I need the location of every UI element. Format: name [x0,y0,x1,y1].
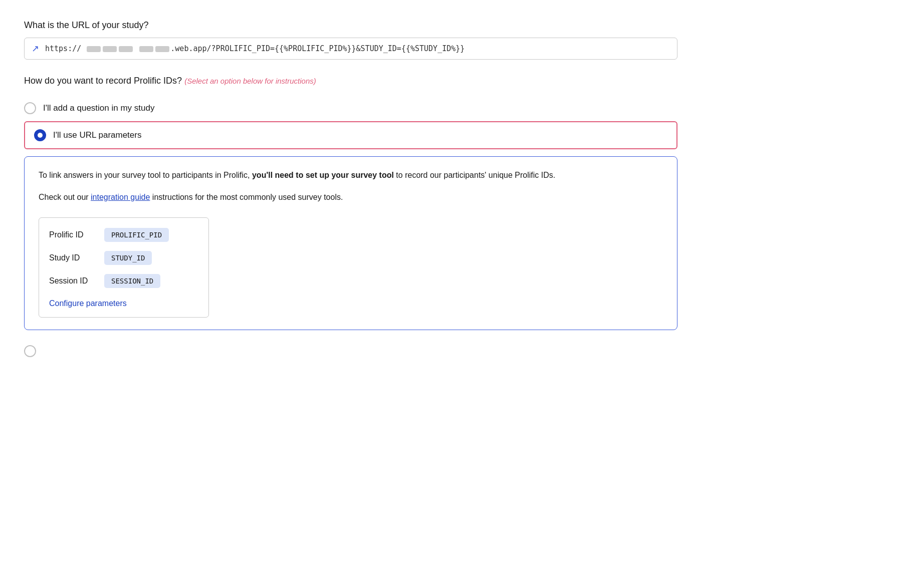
info-text-before-bold: To link answers in your survey tool to p… [39,171,252,179]
redacted-5 [155,46,169,52]
record-question-label: How do you want to record Prolific IDs? … [24,76,677,86]
param-badge-prolific-id: PROLIFIC_PID [104,228,169,242]
params-table: Prolific ID PROLIFIC_PID Study ID STUDY_… [39,217,209,318]
info-guide-before: Check out our [39,193,91,201]
configure-parameters-link[interactable]: Configure parameters [49,299,127,308]
param-row-study-id: Study ID STUDY_ID [49,251,198,265]
param-label-study-id: Study ID [49,253,94,262]
url-section: What is the URL of your study? ↗ https:/… [24,20,677,60]
option-add-question[interactable]: I'll add a question in my study [24,95,677,121]
option-url-wrapper: I'll use URL parameters [24,121,677,149]
radio-url-parameters[interactable] [34,129,46,141]
record-hint: (Select an option below for instructions… [184,77,316,85]
param-badge-study-id: STUDY_ID [104,251,152,265]
url-display: https:// .web.app/?PROLIFIC_PID={{%PROLI… [45,44,465,53]
record-section: How do you want to record Prolific IDs? … [24,76,677,330]
url-question-label: What is the URL of your study? [24,20,677,31]
info-text-after-bold: to record our participants' unique Proli… [394,171,555,179]
options-list: I'll add a question in my study I'll use… [24,95,677,330]
bottom-radio-option[interactable] [24,338,677,364]
radio-bottom[interactable] [24,345,36,357]
integration-guide-link[interactable]: integration guide [91,193,150,201]
redacted-2 [103,46,117,52]
redacted-3 [119,46,133,52]
option-add-question-label: I'll add a question in my study [43,103,154,113]
option-url-parameters[interactable]: I'll use URL parameters [34,129,667,141]
info-paragraph-2: Check out our integration guide instruct… [39,191,663,204]
option-url-parameters-label: I'll use URL parameters [53,130,141,140]
param-badge-session-id: SESSION_ID [104,274,160,288]
url-parameters-info-box: To link answers in your survey tool to p… [24,156,677,330]
info-guide-after: instructions for the most commonly used … [150,193,343,201]
param-label-session-id: Session ID [49,276,94,286]
redacted-4 [139,46,153,52]
info-paragraph-1: To link answers in your survey tool to p… [39,169,663,182]
external-link-icon[interactable]: ↗ [32,43,39,54]
info-text-bold: you'll need to set up your survey tool [252,171,394,179]
url-input-container[interactable]: ↗ https:// .web.app/?PROLIFIC_PID={{%PRO… [24,38,677,60]
param-label-prolific-id: Prolific ID [49,230,94,239]
param-row-session-id: Session ID SESSION_ID [49,274,198,288]
param-row-prolific-id: Prolific ID PROLIFIC_PID [49,228,198,242]
redacted-1 [87,46,101,52]
radio-add-question[interactable] [24,102,36,114]
